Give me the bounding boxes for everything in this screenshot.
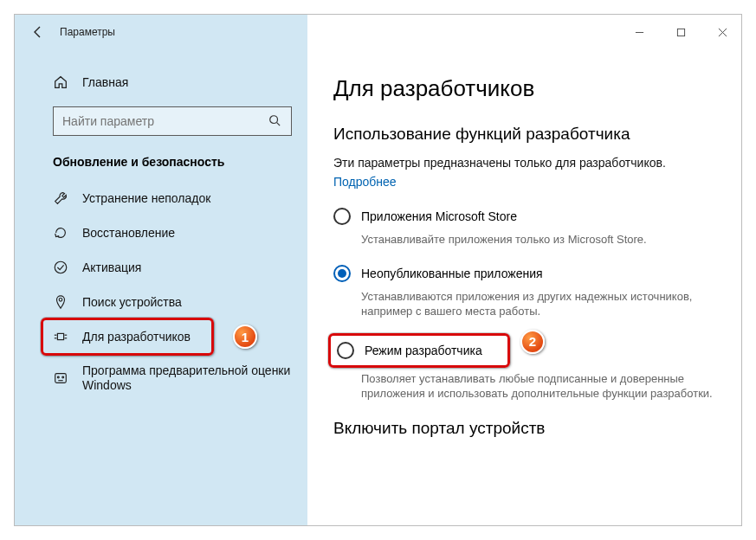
sidebar-item-label: Поиск устройства (82, 295, 182, 309)
page-title: Для разработчиков (333, 75, 715, 102)
sidebar-item-label: Восстановление (82, 226, 175, 240)
sidebar-item-label: Программа предварительной оценки Windows (82, 363, 292, 393)
titlebar: Параметры (15, 15, 741, 49)
sidebar-item-recovery[interactable]: Восстановление (15, 215, 307, 250)
sidebar-item-home[interactable]: Главная (15, 65, 307, 100)
maximize-button[interactable] (669, 20, 693, 44)
sidebar-item-activation[interactable]: Активация (15, 250, 307, 285)
sidebar-item-label: Активация (82, 260, 141, 274)
svg-point-6 (55, 261, 67, 273)
annotation-badge-2: 2 (520, 330, 545, 354)
check-circle-icon (53, 260, 68, 275)
radio-description: Устанавливаются приложения из других над… (361, 289, 715, 319)
developer-icon (53, 329, 68, 344)
radio-description: Позволяет устанавливать любые подписанны… (361, 371, 715, 402)
location-icon (53, 294, 68, 310)
sidebar: Главная Обновление и безопасность Устран… (15, 15, 307, 525)
annotation-badge-1: 1 (233, 325, 257, 349)
svg-rect-8 (57, 333, 63, 339)
radio-option-sideload[interactable]: Неопубликованные приложения (333, 265, 715, 282)
window-title: Параметры (60, 26, 115, 38)
recovery-icon (53, 225, 68, 241)
minimize-button[interactable] (627, 20, 651, 44)
sidebar-item-label: Главная (82, 75, 128, 89)
close-button[interactable] (710, 20, 734, 44)
radio-label: Неопубликованные приложения (361, 267, 543, 280)
sidebar-item-find-device[interactable]: Поиск устройства (15, 285, 307, 319)
svg-rect-13 (55, 373, 67, 382)
svg-point-15 (62, 376, 64, 378)
section-title-device-portal: Включить портал устройств (333, 419, 715, 438)
section-title-dev-features: Использование функций разработчика (333, 125, 715, 144)
settings-window: Параметры Главная Обнов (14, 14, 742, 526)
home-icon (53, 74, 68, 90)
radio-icon (337, 342, 354, 359)
wrench-icon (53, 190, 68, 206)
svg-point-7 (59, 299, 62, 302)
sidebar-item-label: Для разработчиков (82, 330, 191, 344)
sidebar-nav-list: Устранение неполадок Восстановление Акти… (15, 181, 307, 402)
back-button[interactable] (30, 24, 46, 40)
svg-rect-1 (677, 29, 684, 35)
svg-line-5 (277, 123, 281, 126)
learn-more-link[interactable]: Подробнее (333, 175, 397, 189)
sidebar-item-label: Устранение неполадок (82, 191, 210, 205)
svg-point-14 (57, 376, 59, 378)
main-content: Для разработчиков Использование функций … (307, 15, 741, 525)
radio-description: Устанавливайте приложения только из Micr… (361, 232, 715, 248)
radio-icon (333, 208, 351, 225)
radio-icon-selected (333, 265, 351, 282)
section-description: Эти параметры предназначены только для р… (333, 156, 715, 170)
radio-option-store[interactable]: Приложения Microsoft Store (333, 208, 715, 225)
radio-label: Приложения Microsoft Store (361, 209, 517, 223)
insider-icon (53, 370, 68, 386)
sidebar-category: Обновление и безопасность (15, 155, 307, 181)
sidebar-item-troubleshoot[interactable]: Устранение неполадок (15, 181, 307, 215)
search-box[interactable] (53, 106, 292, 136)
radio-label: Режим разработчика (365, 344, 482, 357)
sidebar-item-insider[interactable]: Программа предварительной оценки Windows (15, 354, 307, 402)
sidebar-item-developers[interactable]: Для разработчиков 1 (15, 319, 307, 354)
search-icon (268, 114, 282, 128)
svg-point-4 (270, 116, 278, 124)
search-input[interactable] (62, 114, 268, 128)
